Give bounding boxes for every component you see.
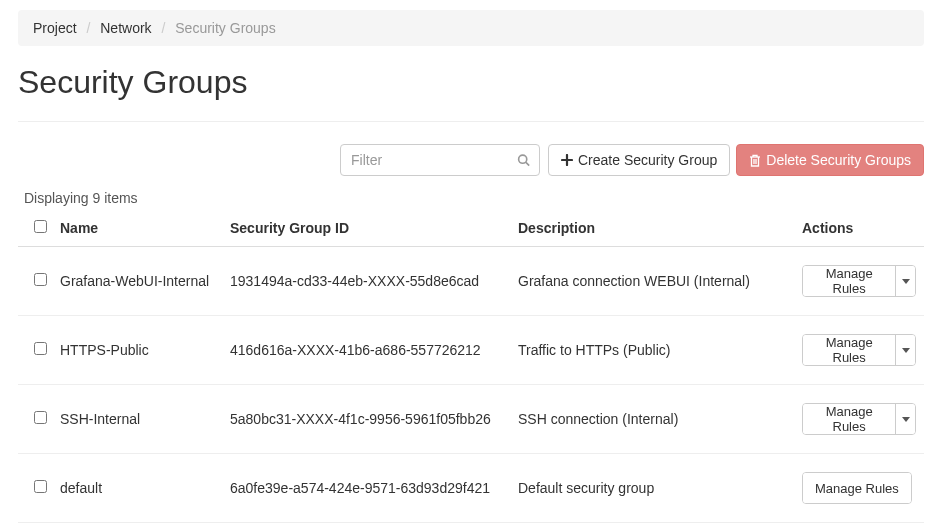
breadcrumb-separator: / [156,20,172,36]
row-actions: Manage Rules [794,316,924,385]
row-checkbox-cell [18,385,52,454]
row-checkbox[interactable] [34,273,47,286]
table-row: default6a0fe39e-a574-424e-9571-63d93d29f… [18,454,924,523]
manage-rules-button-group: Manage Rules [802,472,912,504]
breadcrumb-separator: / [80,20,96,36]
row-security-group-id: 416d616a-XXXX-41b6-a686-557726212 [222,316,510,385]
delete-security-groups-button[interactable]: Delete Security Groups [736,144,924,176]
item-count-top: Displaying 9 items [24,190,924,206]
trash-icon [749,154,761,167]
divider [18,121,924,122]
create-button-label: Create Security Group [578,152,717,168]
row-checkbox-cell [18,454,52,523]
filter-wrap [340,144,540,176]
row-checkbox[interactable] [34,342,47,355]
breadcrumb: Project / Network / Security Groups [18,10,924,46]
row-description: SSH connection (Internal) [510,385,794,454]
row-name: HTTPS-Public [52,316,222,385]
row-actions: Manage Rules [794,247,924,316]
row-checkbox-cell [18,247,52,316]
header-actions: Actions [794,210,924,247]
manage-rules-button[interactable]: Manage Rules [803,473,911,503]
table-row: SSH-Internal5a80bc31-XXXX-4f1c-9956-5961… [18,385,924,454]
row-actions: Manage Rules [794,454,924,523]
manage-rules-button[interactable]: Manage Rules [803,404,895,434]
actions-dropdown-toggle[interactable] [895,266,915,296]
manage-rules-button-group: Manage Rules [802,334,916,366]
actions-dropdown-toggle[interactable] [895,404,915,434]
create-security-group-button[interactable]: Create Security Group [548,144,730,176]
filter-input[interactable] [340,144,540,176]
actions-dropdown-toggle[interactable] [895,335,915,365]
header-checkbox-cell [18,210,52,247]
table-row: HTTPS-Public416d616a-XXXX-41b6-a686-5577… [18,316,924,385]
header-id: Security Group ID [222,210,510,247]
row-checkbox[interactable] [34,480,47,493]
select-all-checkbox[interactable] [34,220,47,233]
plus-icon [561,154,573,166]
row-name: SSH-Internal [52,385,222,454]
manage-rules-button[interactable]: Manage Rules [803,335,895,365]
manage-rules-button-group: Manage Rules [802,265,916,297]
row-description: Traffic to HTTPs (Public) [510,316,794,385]
row-checkbox-cell [18,316,52,385]
page-title: Security Groups [18,64,924,107]
caret-down-icon [902,417,910,422]
row-security-group-id: 1931494a-cd33-44eb-XXXX-55d8e6cad [222,247,510,316]
security-groups-table: Name Security Group ID Description Actio… [18,210,924,523]
breadcrumb-current: Security Groups [175,20,275,36]
delete-button-label: Delete Security Groups [766,152,911,168]
row-checkbox[interactable] [34,411,47,424]
table-row: Grafana-WebUI-Internal1931494a-cd33-44eb… [18,247,924,316]
caret-down-icon [902,279,910,284]
row-actions: Manage Rules [794,385,924,454]
breadcrumb-project[interactable]: Project [33,20,77,36]
row-security-group-id: 5a80bc31-XXXX-4f1c-9956-5961f05fbb26 [222,385,510,454]
row-description: Default security group [510,454,794,523]
header-description: Description [510,210,794,247]
manage-rules-button[interactable]: Manage Rules [803,266,895,296]
breadcrumb-network[interactable]: Network [100,20,151,36]
row-security-group-id: 6a0fe39e-a574-424e-9571-63d93d29f421 [222,454,510,523]
manage-rules-button-group: Manage Rules [802,403,916,435]
row-name: default [52,454,222,523]
toolbar: Create Security Group Delete Security Gr… [18,144,924,176]
caret-down-icon [902,348,910,353]
row-description: Grafana connection WEBUI (Internal) [510,247,794,316]
header-name: Name [52,210,222,247]
row-name: Grafana-WebUI-Internal [52,247,222,316]
